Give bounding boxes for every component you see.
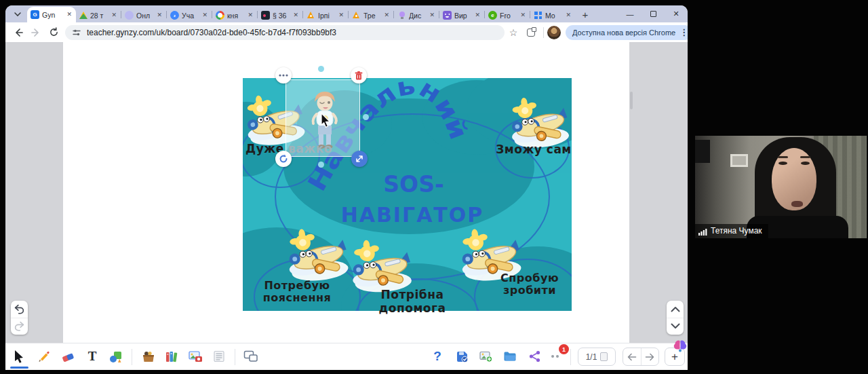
arrow-left-icon <box>627 353 637 361</box>
help-button[interactable]: ? <box>427 346 448 367</box>
tab-frog[interactable]: e Fro ✕ <box>485 8 530 22</box>
object-delete-button[interactable] <box>351 67 367 83</box>
ellipsis-icon <box>279 74 288 77</box>
chrome-update-button[interactable]: Доступна нова версія Chrome ⋮ <box>566 25 688 40</box>
forward-button[interactable] <box>27 24 45 41</box>
lined-paper-icon <box>213 350 225 362</box>
tab-zoom[interactable]: z Уча ✕ <box>167 8 212 22</box>
tab-close-icon[interactable]: ✕ <box>201 12 208 19</box>
screen-capture: G Gyn ✕ 28 т ✕ Онл ✕ z Уча ✕ кня <box>0 0 868 374</box>
tab-google-search[interactable]: кня ✕ <box>212 8 257 22</box>
scroll-down-button[interactable] <box>667 318 684 335</box>
browser-menu-icon[interactable]: ⋮ <box>679 27 688 37</box>
share-button[interactable] <box>524 346 545 367</box>
purple-circle-favicon-icon <box>125 11 134 20</box>
scrollbar-thumb[interactable] <box>630 92 633 109</box>
selection-handle-right[interactable] <box>363 114 369 120</box>
selection-handle-top[interactable] <box>318 66 324 72</box>
tab-label: Gyn <box>42 11 63 19</box>
tab-close-icon[interactable]: ✕ <box>383 12 390 19</box>
pencil-tool-button[interactable] <box>33 346 54 367</box>
selection-handle-bottom[interactable] <box>318 162 324 168</box>
next-page-button[interactable] <box>641 348 659 365</box>
more-options-button[interactable]: 1 <box>545 346 567 367</box>
lightbulb-favicon-icon <box>397 11 406 20</box>
window-close-button[interactable]: ✕ <box>665 5 688 22</box>
participant-eye <box>801 162 810 165</box>
selection-connector-line <box>283 75 359 75</box>
page-indicator[interactable]: 1/1 <box>578 348 616 366</box>
toolbox-button[interactable] <box>138 346 159 367</box>
tab-label: 28 т <box>90 12 108 20</box>
tab-close-icon[interactable]: ✕ <box>247 12 254 19</box>
participant-name-tag: Тетяна Чумак <box>695 224 768 238</box>
tab-close-icon[interactable]: ✕ <box>429 12 435 19</box>
object-more-options-button[interactable] <box>275 67 292 83</box>
tab-organizer-button[interactable] <box>522 24 540 41</box>
address-bar[interactable]: teacher.gynzy.com/uk/board/0730a02d-bde0… <box>65 25 505 40</box>
board-title-navigator: НАВІГАТОР <box>341 203 484 227</box>
tab-label: Онл <box>136 12 153 20</box>
toolbar-divider <box>543 27 544 38</box>
eraser-tool-button[interactable] <box>57 346 79 367</box>
save-floppy-icon <box>456 350 469 363</box>
select-cursor-icon <box>14 350 25 364</box>
tab-close-icon[interactable]: ✕ <box>292 12 299 19</box>
present-mode-button[interactable] <box>240 346 262 367</box>
tab-distance[interactable]: Дис ✕ <box>394 8 439 22</box>
webcam-picture-frame <box>730 154 748 167</box>
text-tool-icon: T <box>88 349 97 364</box>
bookmark-star-button[interactable]: ☆ <box>505 24 522 41</box>
tab-training[interactable]: Тре ✕ <box>349 8 393 22</box>
label-can-do-myself: Зможу сам <box>488 143 579 157</box>
shapes-tool-button[interactable] <box>105 346 127 367</box>
tab-irpin[interactable]: Ірпі ✕ <box>303 8 348 22</box>
profile-avatar[interactable] <box>547 26 561 39</box>
toolbar-divider <box>132 349 132 365</box>
tab-close-icon[interactable]: ✕ <box>111 12 117 19</box>
media-button[interactable] <box>184 346 206 367</box>
select-tool-button[interactable] <box>8 346 30 367</box>
blue-grid-favicon-icon <box>534 11 542 20</box>
tab-law-site[interactable]: § 36 ✕ <box>258 8 302 22</box>
library-button[interactable] <box>161 346 182 367</box>
brain-extension-icon[interactable] <box>673 339 688 352</box>
tab-close-icon[interactable]: ✕ <box>66 11 73 18</box>
open-folder-button[interactable] <box>499 346 521 367</box>
tab-close-icon[interactable]: ✕ <box>565 12 572 19</box>
tab-mosaic[interactable]: Мо ✕ <box>530 8 575 22</box>
new-tab-button[interactable]: + <box>578 7 593 22</box>
add-image-page-button[interactable] <box>475 346 497 367</box>
more-dots-icon <box>551 354 561 358</box>
alert-bell-favicon-icon <box>352 11 361 20</box>
tab-close-icon[interactable]: ✕ <box>519 12 526 19</box>
previous-page-button[interactable] <box>623 348 641 365</box>
worksheet-button[interactable] <box>208 346 230 367</box>
tab-drive[interactable]: 28 т ✕ <box>76 8 121 22</box>
tab-online[interactable]: Онл ✕ <box>121 8 166 22</box>
undo-button[interactable] <box>11 301 28 318</box>
redo-button[interactable] <box>11 318 28 335</box>
text-tool-button[interactable]: T <box>81 346 103 367</box>
tab-close-icon[interactable]: ✕ <box>338 12 344 19</box>
save-board-button[interactable] <box>451 346 473 367</box>
window-restore-button[interactable] <box>642 5 665 22</box>
tab-search-chevron-button[interactable] <box>9 7 26 21</box>
toolbar-divider <box>570 349 571 365</box>
webcam-video-tile[interactable]: Тетяна Чумак <box>695 136 867 238</box>
object-rotate-button[interactable] <box>275 151 292 167</box>
tab-close-icon[interactable]: ✕ <box>474 12 481 19</box>
reload-button[interactable] <box>45 24 62 41</box>
tab-gynzy[interactable]: G Gyn ✕ <box>27 7 76 22</box>
back-button[interactable] <box>9 24 27 41</box>
active-tool-indicator <box>10 367 28 369</box>
url-text: teacher.gynzy.com/uk/board/0730a02d-bde0… <box>87 28 336 37</box>
object-resize-button[interactable] <box>351 151 368 167</box>
tab-close-icon[interactable]: ✕ <box>156 12 163 19</box>
scroll-up-button[interactable] <box>667 301 684 318</box>
google-favicon-icon <box>216 11 224 20</box>
tab-virtual[interactable]: Вир ✕ <box>439 8 484 22</box>
toolbox-basket-icon <box>142 350 155 363</box>
chevron-down-icon <box>14 10 22 18</box>
window-minimize-button[interactable]: — <box>618 5 642 22</box>
